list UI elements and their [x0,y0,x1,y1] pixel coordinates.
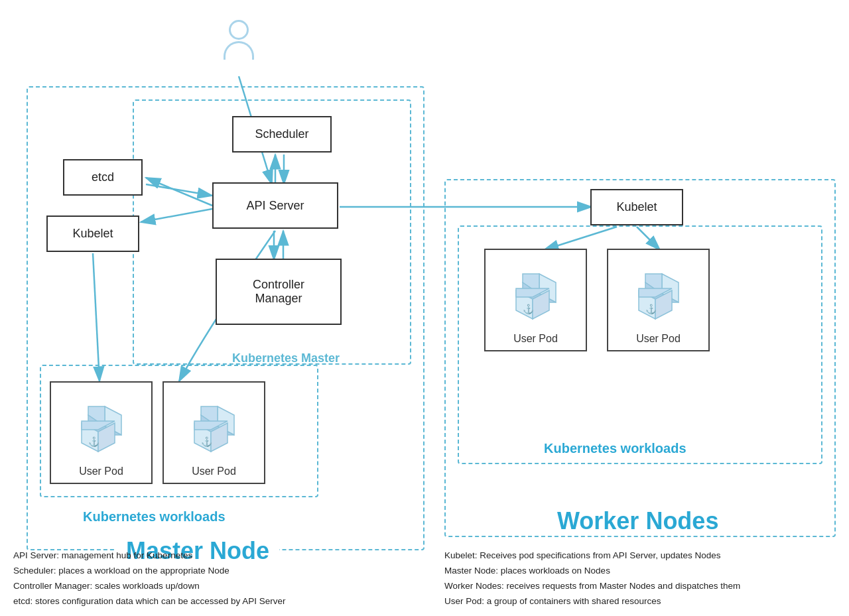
legend-left-line1: API Server: management hub for Kubernete… [13,548,405,564]
kubelet-master-label: Kubelet [72,227,113,241]
legend-left: API Server: management hub for Kubernete… [13,548,405,609]
svg-text:⚓: ⚓ [645,304,657,315]
legend-left-line2: Scheduler: places a workload on the appr… [13,564,405,579]
legend-left-line4: etcd: stores configuration data which ca… [13,594,405,609]
pod-worker-1-label: User Pod [513,333,558,345]
k8s-master-label: Kubernetes Master [232,351,340,365]
api-server-box: API Server [212,182,338,229]
user-body-icon [224,41,254,60]
controller-manager-box: Controller Manager [216,259,342,325]
legend-right-line4: User Pod: a group of containers with sha… [444,594,836,609]
svg-text:⚓: ⚓ [200,436,212,448]
etcd-box: etcd [63,159,143,196]
legend-right-line1: Kubelet: Receives pod specifications fro… [444,548,836,564]
kubelet-worker-box: Kubelet [590,189,683,225]
pod-master-2-label: User Pod [192,465,236,477]
etcd-label: etcd [92,170,114,184]
kubelet-worker-label: Kubelet [616,200,657,214]
pod-worker-2-label: User Pod [636,333,681,345]
svg-text:⚓: ⚓ [522,304,534,315]
diagram-area: Scheduler API Server Controller Manager … [13,13,836,536]
pod-worker-2-icon: ⚓ [625,264,692,330]
scheduler-box: Scheduler [232,116,332,153]
footer-legend: API Server: management hub for Kubernete… [13,548,836,609]
user-icon [219,20,259,66]
svg-text:⚓: ⚓ [88,436,99,448]
pod-master-2: ⚓ User Pod [163,381,265,484]
pod-master-1-icon: ⚓ [68,397,135,463]
k8s-workloads-worker-label: Kubernetes workloads [544,441,686,456]
api-server-label: API Server [246,199,304,213]
legend-right-line2: Master Node: places workloads on Nodes [444,564,836,579]
user-head-icon [229,20,249,40]
pod-master-1: ⚓ User Pod [50,381,153,484]
pod-worker-1: ⚓ User Pod [484,249,587,351]
legend-right-line3: Worker Nodes: receives requests from Mas… [444,579,836,594]
legend-right: Kubelet: Receives pod specifications fro… [444,548,836,609]
scheduler-label: Scheduler [255,127,308,141]
controller-manager-label: Controller Manager [253,278,304,306]
pod-worker-2: ⚓ User Pod [607,249,710,351]
pod-master-1-label: User Pod [79,465,123,477]
kubelet-master-box: Kubelet [46,216,139,252]
legend-left-line3: Controller Manager: scales workloads up/… [13,579,405,594]
pod-master-2-icon: ⚓ [181,397,247,463]
pod-worker-1-icon: ⚓ [503,264,569,330]
k8s-workloads-master-label: Kubernetes workloads [83,509,226,524]
worker-nodes-label: Worker Nodes [557,507,718,535]
